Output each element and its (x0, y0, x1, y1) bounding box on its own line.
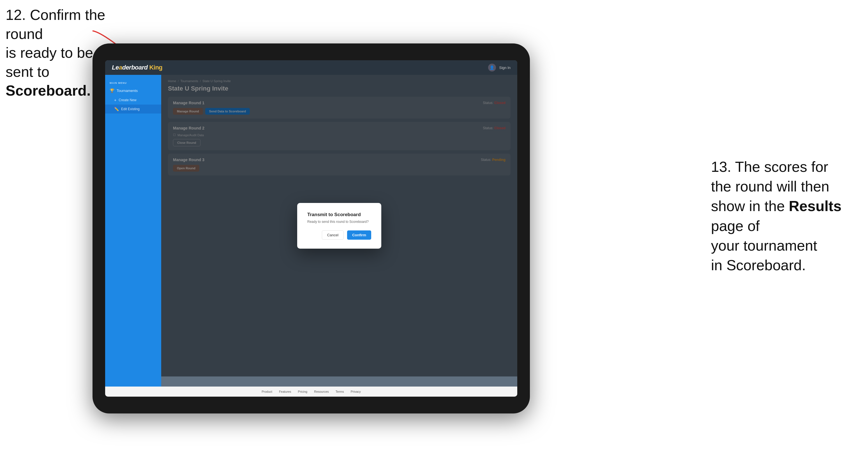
top-nav: Leaderboard King 👤 Sign In (105, 60, 517, 75)
app-logo: Leaderboard King (112, 64, 162, 71)
footer-product[interactable]: Product (261, 390, 272, 393)
signin-button[interactable]: Sign In (499, 66, 510, 70)
instruction-right-line3: show in the (711, 198, 785, 214)
instruction-right: 13. The scores for the round will then s… (711, 157, 857, 275)
modal-box: Transmit to Scoreboard Ready to send thi… (297, 203, 381, 249)
page-area: Home / Tournaments / State U Spring Invi… (161, 75, 517, 386)
instruction-right-line2: the round will then (711, 178, 829, 194)
footer: Product Features Pricing Resources Terms… (105, 386, 517, 397)
main-content: MAIN MENU 🏆 Tournaments + Create New ✏️ … (105, 75, 517, 386)
modal-cancel-button[interactable]: Cancel (322, 230, 344, 240)
sidebar-tournaments-label: Tournaments (117, 89, 138, 93)
sidebar-create-new-label: Create New (119, 98, 136, 102)
footer-pricing[interactable]: Pricing (298, 390, 308, 393)
trophy-icon: 🏆 (110, 88, 114, 93)
instruction-line2: is ready to be sent to (6, 44, 93, 80)
user-avatar: 👤 (488, 64, 496, 71)
logo-area: Leaderboard King (112, 64, 162, 71)
edit-icon: ✏️ (114, 107, 119, 111)
sidebar-item-create-new[interactable]: + Create New (105, 96, 161, 104)
modal-subtitle: Ready to send this round to Scoreboard? (307, 220, 371, 224)
instruction-right-bold: Results (789, 198, 842, 214)
footer-terms[interactable]: Terms (336, 390, 344, 393)
sidebar-section-label: MAIN MENU (105, 79, 161, 86)
modal-confirm-button[interactable]: Confirm (347, 230, 371, 240)
sidebar-item-edit-existing[interactable]: ✏️ Edit Existing (105, 104, 161, 114)
tablet-frame: Leaderboard King 👤 Sign In MAIN MENU 🏆 T… (93, 43, 530, 413)
footer-privacy[interactable]: Privacy (351, 390, 361, 393)
tablet-screen: Leaderboard King 👤 Sign In MAIN MENU 🏆 T… (105, 60, 517, 397)
modal-actions: Cancel Confirm (307, 230, 371, 240)
instruction-line1: 12. Confirm the round (6, 7, 105, 42)
modal-overlay: Transmit to Scoreboard Ready to send thi… (161, 75, 517, 376)
modal-title: Transmit to Scoreboard (307, 212, 371, 218)
instruction-line3: Scoreboard. (6, 83, 91, 99)
instruction-right-line6: in Scoreboard. (711, 257, 806, 273)
footer-features[interactable]: Features (279, 390, 291, 393)
nav-right: 👤 Sign In (488, 64, 510, 71)
sidebar-item-tournaments[interactable]: 🏆 Tournaments (105, 86, 161, 96)
instruction-right-line1: 13. The scores for (711, 159, 828, 175)
plus-icon: + (114, 98, 116, 102)
sidebar: MAIN MENU 🏆 Tournaments + Create New ✏️ … (105, 75, 161, 386)
instruction-right-line5: your tournament (711, 238, 817, 254)
footer-resources[interactable]: Resources (314, 390, 329, 393)
sidebar-edit-existing-label: Edit Existing (121, 107, 140, 111)
instruction-right-line4: page of (711, 218, 760, 234)
